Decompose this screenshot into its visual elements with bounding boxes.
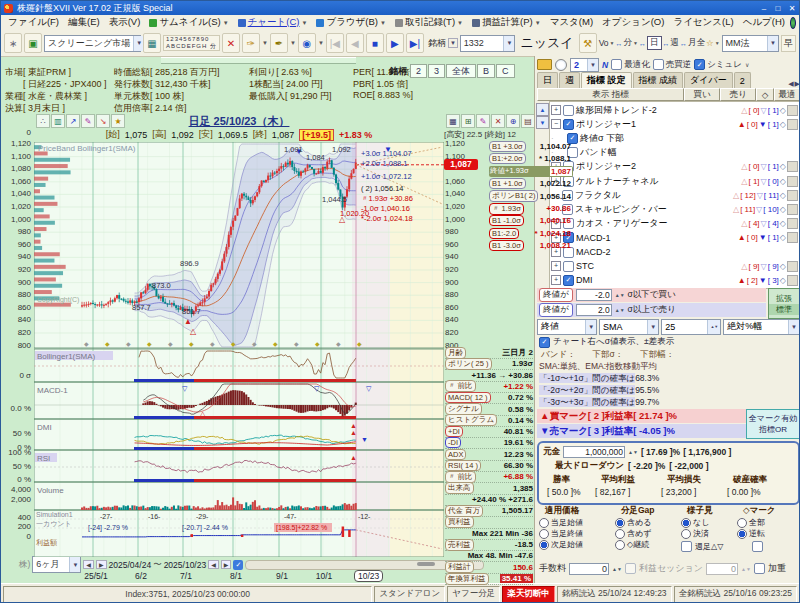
next-button[interactable]: ▶| xyxy=(406,33,424,53)
expand-toggle-icon[interactable]: + xyxy=(551,105,561,115)
indicator-row[interactable]: +カオス・アリゲーター△[ 4]▽[ 4]◇ xyxy=(551,217,798,231)
expand-toggle-icon[interactable]: + xyxy=(551,261,561,271)
period-Vo[interactable]: Vo xyxy=(599,38,609,48)
calc-button[interactable] xyxy=(787,218,798,229)
first-button[interactable]: |◀ xyxy=(326,33,344,53)
range-back-button[interactable]: ◀ xyxy=(83,560,94,569)
stock-tab-全体[interactable]: 全体 xyxy=(446,64,476,78)
stock-code-combo[interactable]: 1332▼ xyxy=(460,35,516,52)
screening-select[interactable]: スクリーニング市場▼ xyxy=(44,35,141,52)
calc-button[interactable] xyxy=(787,190,798,201)
radio-option[interactable]: なし xyxy=(681,517,709,528)
indicator-row[interactable]: +✓MACD-1▲[ 0]▼[ 1]◇ xyxy=(551,231,798,245)
indicator-row[interactable]: +STC△[ 9]▽[ 9]◇ xyxy=(551,259,798,273)
menu-item-1[interactable]: ファイル(F) xyxy=(4,16,63,29)
menu-item-8[interactable]: 損益計算(P)▼ xyxy=(468,16,545,29)
grid2-icon[interactable]: ▦ xyxy=(446,114,460,128)
prev-button[interactable]: ◀ xyxy=(346,33,364,53)
calc-button[interactable] xyxy=(787,161,798,172)
price-chart[interactable]: ◆◆◆◆◆◆◆◆◆◆◆◆◆◆▼▼▲△△PriceBand Bollinger1(… xyxy=(34,142,444,557)
period-月全[interactable]: 月全 xyxy=(688,37,705,49)
toggle-standard[interactable]: 標準 xyxy=(769,304,799,315)
clock-icon[interactable] xyxy=(555,59,567,71)
range-check[interactable]: ✓ xyxy=(233,560,243,570)
option-2[interactable]: 売買逆 xyxy=(653,59,692,71)
indicator-row[interactable]: スキャルピング・バー△[ 11]▽[ 10]◇ xyxy=(551,202,798,216)
indicator-row[interactable]: +線形回帰トレンド-2△[ 0]▽[ 1]◇ xyxy=(551,103,798,117)
minimize-button[interactable]: – xyxy=(757,4,771,13)
indicator-checkbox[interactable]: ✓ xyxy=(563,275,574,286)
menu-item-5[interactable]: チャート(C)▼ xyxy=(234,16,312,29)
layout-count-combo[interactable]: 2▼ xyxy=(570,58,599,72)
param-combo-1[interactable]: 終値▼ xyxy=(537,319,597,335)
rule-value-spinner[interactable]: 2.0 xyxy=(576,304,612,316)
delete-icon[interactable]: ✕ xyxy=(222,33,240,53)
tab-指標 成績[interactable]: 指標 成績 xyxy=(633,72,684,88)
expand-toggle-icon[interactable]: + xyxy=(551,275,561,285)
sigma-display-check[interactable]: ✓チャート右へσ値表示、±差表示 xyxy=(539,336,674,348)
tree-scroll-down[interactable]: ▼ xyxy=(536,116,549,129)
indicator-checkbox[interactable] xyxy=(563,105,574,116)
play-button[interactable]: ▶ xyxy=(386,33,404,53)
calc-button[interactable] xyxy=(787,119,798,130)
menu-item-12[interactable]: ヘルプ(H) xyxy=(739,16,789,29)
indicator-checkbox[interactable]: ✓ xyxy=(563,119,574,130)
expand-icon[interactable]: ⊞ xyxy=(461,114,475,128)
indicator-row[interactable]: +ケルトナーチャネル△[ 1]▽[ 0]◇ xyxy=(551,174,798,188)
stock-list-chevron[interactable]: ▼ xyxy=(448,38,458,48)
period-日[interactable]: 日 xyxy=(647,36,662,50)
indicator-row[interactable]: +ポリンジャー2△[ 0]▽[ 1]◇ xyxy=(551,160,798,174)
radio-option[interactable]: 全部 xyxy=(737,517,765,528)
menu-item-2[interactable]: 編集(E) xyxy=(64,16,104,29)
calc-button[interactable] xyxy=(787,176,798,187)
range-scrollbar-handle[interactable] xyxy=(417,562,435,566)
indicator-row[interactable]: ·✓終値σ 下部 xyxy=(551,131,798,145)
stock-tab-B[interactable]: B xyxy=(477,64,495,78)
spinner-arrows-icon[interactable]: ▲▼ xyxy=(741,567,751,571)
fee-spinner[interactable]: 0 xyxy=(569,563,609,575)
spinner-arrows-icon[interactable]: ▲▼ xyxy=(615,293,625,297)
quick-select-keys[interactable]: 1234567890ABCDEFGH 分 xyxy=(163,35,220,51)
target-icon[interactable]: ⊕ xyxy=(506,114,520,128)
calc-button[interactable] xyxy=(787,275,798,286)
draw2-icon[interactable]: ✒ xyxy=(270,33,288,53)
menu-item-3[interactable]: 表示(V) xyxy=(105,16,145,29)
radio-option[interactable]: 含めず xyxy=(615,528,651,539)
folder-icon[interactable] xyxy=(537,59,552,70)
indicator-checkbox[interactable] xyxy=(563,261,574,272)
range-fwd2-button[interactable]: ▶ xyxy=(221,560,232,569)
radio-option[interactable]: 含める xyxy=(615,517,651,528)
radio-option[interactable]: ◇継続 xyxy=(615,539,649,550)
calendar-icon[interactable]: ▦ xyxy=(143,33,161,53)
calc-button[interactable] xyxy=(787,232,798,243)
maximize-button[interactable]: □ xyxy=(771,4,785,13)
menu-item-11[interactable]: ライセンス(L) xyxy=(669,16,737,29)
tab-scroll-right-icon[interactable]: ▶ xyxy=(795,80,800,88)
option-1[interactable]: 最適化 xyxy=(611,59,650,71)
period-分[interactable]: 分 xyxy=(624,37,633,49)
range-fwd-button[interactable]: ▶ xyxy=(96,560,107,569)
list-icon[interactable]: ▤ xyxy=(521,114,535,128)
stock-tab-2[interactable]: 2 xyxy=(410,64,427,78)
tree-scroll-up[interactable]: ▲ xyxy=(536,103,549,116)
tab-2[interactable]: 2 xyxy=(734,72,751,88)
radio-option[interactable]: 決済 xyxy=(681,528,709,539)
tab-ダイバー[interactable]: ダイバー xyxy=(684,72,733,88)
add-page-icon[interactable]: ▣ xyxy=(24,33,42,53)
indicator-row[interactable]: −✓ポリンジャー1▲[ 0]▼[ 1]◇ xyxy=(551,117,798,131)
indicator-row[interactable]: +✓DMI▲[ 2]▼[ 3]◇ xyxy=(551,273,798,287)
star-icon[interactable]: ☆ xyxy=(706,38,714,48)
tab-scroll-left-icon[interactable]: ◀ xyxy=(788,80,793,88)
stock-tab-C[interactable]: C xyxy=(496,64,515,78)
stock-tab-3[interactable]: 3 xyxy=(428,64,445,78)
spinner-arrows-icon[interactable]: ▲▼ xyxy=(615,308,625,312)
range-back2-button[interactable]: ◀ xyxy=(208,560,219,569)
period-週[interactable]: 週 xyxy=(671,37,680,49)
indicator-row[interactable]: ·バンド幅 xyxy=(551,146,798,160)
tab-指標 設定[interactable]: 指標 設定 xyxy=(581,72,632,88)
radio-option[interactable]: 当足終値 xyxy=(539,528,583,539)
menu-item-6[interactable]: ブラウザ(B)▼ xyxy=(312,16,390,29)
close-button[interactable]: ✕ xyxy=(785,4,799,13)
expand-toggle-icon[interactable]: − xyxy=(551,119,561,129)
compass-icon[interactable]: ◉ xyxy=(298,33,316,53)
